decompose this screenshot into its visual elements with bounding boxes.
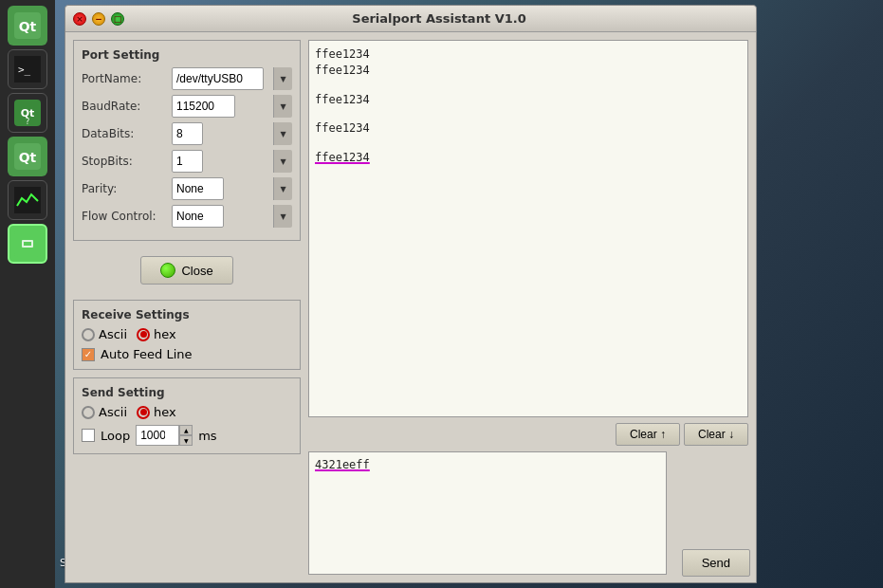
close-btn-area: Close <box>73 248 301 292</box>
stopbits-arrow-icon: ▼ <box>273 150 292 173</box>
receive-line-3: ffee1234 <box>315 92 742 108</box>
flowcontrol-select[interactable]: None <box>172 205 224 228</box>
loop-row: Loop ▲ ▼ ms <box>82 425 292 446</box>
close-port-label: Close <box>181 264 212 278</box>
svg-text:Qt: Qt <box>19 150 37 165</box>
loop-spinner: ▲ ▼ <box>179 425 193 446</box>
flowcontrol-arrow-icon: ▼ <box>273 205 292 228</box>
loop-decrement-button[interactable]: ▼ <box>179 435 193 446</box>
portname-label: PortName: <box>82 72 172 85</box>
stopbits-label: StopBits: <box>82 155 172 168</box>
databits-row: DataBits: 8 ▼ <box>82 122 292 145</box>
stopbits-row: StopBits: 1 ▼ <box>82 150 292 173</box>
send-ascii-label: Ascii <box>99 405 127 419</box>
auto-feed-label: Auto Feed Line <box>101 347 193 361</box>
taskbar: Qt >_ Qt ? Qt <box>0 0 55 588</box>
left-panel: Port Setting PortName: /dev/ttyUSB0 ▼ <box>73 40 301 575</box>
databits-select-wrapper: 8 ▼ <box>172 122 292 145</box>
send-ascii-radio[interactable] <box>82 406 95 419</box>
loop-label: Loop <box>101 429 130 443</box>
parity-select[interactable]: None <box>172 177 224 200</box>
send-format-row: Ascii hex <box>82 405 292 419</box>
receive-hex-radio[interactable] <box>137 328 150 341</box>
clear-down-button[interactable]: Clear ↓ <box>684 423 748 446</box>
portname-row: PortName: /dev/ttyUSB0 ▼ <box>82 67 292 90</box>
portname-arrow-icon: ▼ <box>273 67 292 90</box>
terminal-icon[interactable]: >_ <box>8 49 47 89</box>
flowcontrol-label: Flow Control: <box>82 210 172 223</box>
auto-feed-checkbox[interactable] <box>82 348 95 361</box>
serialport-icon[interactable] <box>8 224 47 264</box>
loop-increment-button[interactable]: ▲ <box>179 425 193 435</box>
parity-label: Parity: <box>82 182 172 195</box>
minimize-window-button[interactable]: − <box>92 12 105 26</box>
baudrate-arrow-icon: ▼ <box>273 95 292 118</box>
right-panel: ffee1234 ffee1234 ffee1234 ffee1234 ffee… <box>308 40 748 575</box>
port-settings-title: Port Setting <box>82 48 292 62</box>
receive-text-area[interactable]: ffee1234 ffee1234 ffee1234 ffee1234 ffee… <box>308 40 748 417</box>
receive-ascii-option[interactable]: Ascii <box>82 327 127 341</box>
svg-text:?: ? <box>26 118 29 126</box>
baudrate-row: BaudRate: 115200 ▼ <box>82 95 292 118</box>
svg-rect-12 <box>24 242 31 246</box>
clear-up-button[interactable]: Clear ↑ <box>616 423 680 446</box>
receive-hex-label: hex <box>154 327 176 341</box>
window-content: Port Setting PortName: /dev/ttyUSB0 ▼ <box>65 32 756 582</box>
parity-row: Parity: None ▼ <box>82 177 292 200</box>
clear-buttons-row: Clear ↑ Clear ↓ <box>308 423 748 446</box>
receive-line-4: ffee1234 <box>315 120 742 137</box>
port-settings-box: Port Setting PortName: /dev/ttyUSB0 ▼ <box>73 40 301 241</box>
auto-feed-row: Auto Feed Line <box>82 347 292 361</box>
loop-checkbox[interactable] <box>82 429 95 442</box>
databits-select[interactable]: 8 <box>172 122 203 145</box>
svg-text:>_: >_ <box>18 64 31 76</box>
databits-arrow-icon: ▼ <box>273 122 292 145</box>
stopbits-select-wrapper: 1 ▼ <box>172 150 292 173</box>
send-btn-area: Send <box>672 451 748 575</box>
receive-line-5: ffee1234 <box>315 150 742 166</box>
loop-interval-input[interactable] <box>136 425 179 446</box>
receive-hex-option[interactable]: hex <box>137 327 176 341</box>
send-ascii-option[interactable]: Ascii <box>82 405 127 419</box>
desktop: SerialportAssistan × − □ Serialport Assi… <box>55 0 883 588</box>
databits-label: DataBits: <box>82 127 172 140</box>
receive-line-2: ffee1234 <box>315 63 742 79</box>
loop-unit-label: ms <box>198 429 216 443</box>
send-hex-option[interactable]: hex <box>137 405 176 419</box>
titlebar: × − □ Serialport Assistant V1.0 <box>65 6 756 32</box>
main-window: × − □ Serialport Assistant V1.0 Port Set… <box>64 5 757 583</box>
connection-status-dot <box>160 263 175 278</box>
parity-arrow-icon: ▼ <box>273 177 292 200</box>
send-settings-box: Send Setting Ascii hex Loop <box>73 377 301 454</box>
bottom-row: 4321eeff Send <box>308 451 748 575</box>
parity-select-wrapper: None ▼ <box>172 177 292 200</box>
baudrate-select[interactable]: 115200 <box>172 95 235 118</box>
close-window-button[interactable]: × <box>73 12 86 26</box>
monitor-icon[interactable] <box>8 180 47 220</box>
qt-creator-icon[interactable]: Qt <box>8 137 47 176</box>
receive-line-1: ffee1234 <box>315 46 370 63</box>
qt-help-icon[interactable]: Qt ? <box>8 93 47 133</box>
send-text-area[interactable]: 4321eeff <box>308 451 667 575</box>
window-title: Serialport Assistant V1.0 <box>130 11 748 26</box>
close-port-button[interactable]: Close <box>140 256 232 285</box>
send-hex-radio[interactable] <box>137 406 150 419</box>
baudrate-select-wrapper: 115200 ▼ <box>172 95 292 118</box>
portname-select-wrapper: /dev/ttyUSB0 ▼ <box>172 67 292 90</box>
portname-select[interactable]: /dev/ttyUSB0 <box>172 67 264 90</box>
receive-settings-box: Receive Settings Ascii hex Auto <box>73 300 301 370</box>
send-button[interactable]: Send <box>682 549 750 577</box>
flowcontrol-select-wrapper: None ▼ <box>172 205 292 228</box>
receive-format-row: Ascii hex <box>82 327 292 341</box>
receive-ascii-radio[interactable] <box>82 328 95 341</box>
send-hex-label: hex <box>154 405 176 419</box>
maximize-window-button[interactable]: □ <box>111 12 124 26</box>
send-settings-title: Send Setting <box>82 386 292 399</box>
send-text-content: 4321eeff <box>315 458 370 471</box>
flowcontrol-row: Flow Control: None ▼ <box>82 205 292 228</box>
loop-input-wrapper: ▲ ▼ <box>136 425 193 446</box>
svg-text:Qt: Qt <box>19 19 37 34</box>
stopbits-select[interactable]: 1 <box>172 150 203 173</box>
qt-icon[interactable]: Qt <box>8 6 47 46</box>
receive-ascii-label: Ascii <box>99 327 127 341</box>
